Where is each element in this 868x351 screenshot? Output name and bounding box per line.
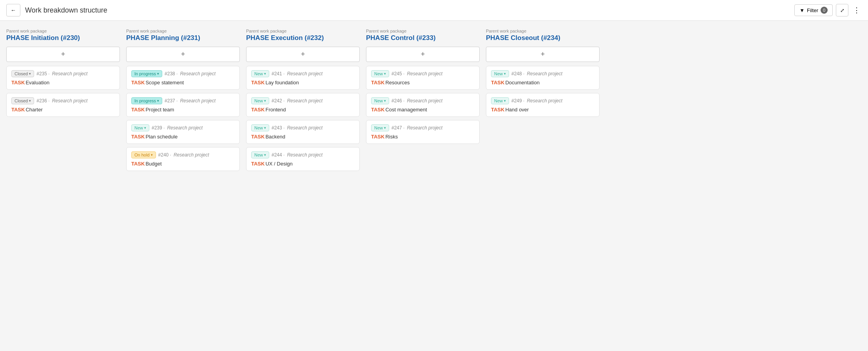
card-name-4-1[interactable]: TASKHand over [491, 107, 594, 113]
card-project-3-1: Research project [407, 98, 442, 104]
chevron-down-icon: ▾ [144, 126, 146, 130]
status-badge-1-0[interactable]: In progress ▾ [131, 70, 162, 77]
task-label: TASK [371, 80, 384, 85]
card-top-3-1: New ▾#246 · Research project [371, 97, 475, 104]
task-label: TASK [131, 161, 145, 167]
back-button[interactable]: ← [6, 4, 20, 16]
chevron-down-icon: ▾ [151, 153, 153, 157]
task-label: TASK [11, 80, 25, 85]
card-id-3-2: #247 · [391, 125, 404, 131]
card-0-0: Closed ▾#235 · Research projectTASKEvalu… [6, 66, 120, 90]
card-name-0-0[interactable]: TASKEvaluation [11, 80, 115, 85]
card-id-3-1: #246 · [391, 98, 404, 104]
column-1: Parent work packagePHASE Planning (#231)… [126, 29, 240, 174]
card-2-1: New ▾#242 · Research projectTASKFrontend [246, 93, 360, 117]
column-2: Parent work packagePHASE Execution (#232… [246, 29, 360, 174]
status-badge-0-1[interactable]: Closed ▾ [11, 97, 34, 104]
status-badge-3-2[interactable]: New ▾ [371, 124, 389, 131]
task-label: TASK [491, 80, 504, 85]
status-badge-4-0[interactable]: New ▾ [491, 70, 509, 77]
card-top-4-1: New ▾#249 · Research project [491, 97, 594, 104]
chevron-down-icon: ▾ [504, 99, 506, 103]
column-title-2: PHASE Execution (#232) [246, 34, 360, 42]
filter-label: Filter [807, 7, 818, 13]
add-card-button-4[interactable]: + [486, 47, 600, 62]
status-badge-1-2[interactable]: New ▾ [131, 124, 149, 131]
header-actions: ▼ Filter 0 ⤢ ⋮ [794, 4, 862, 16]
card-id-1-3: #240 · [158, 152, 171, 158]
column-header-1: Parent work packagePHASE Planning (#231) [126, 29, 240, 47]
task-label: TASK [131, 134, 145, 140]
card-name-3-0[interactable]: TASKResources [371, 80, 475, 85]
status-badge-0-0[interactable]: Closed ▾ [11, 70, 34, 77]
chevron-down-icon: ▾ [384, 126, 386, 130]
page-header: ← Work breakdown structure ▼ Filter 0 ⤢ … [0, 0, 868, 21]
status-badge-3-1[interactable]: New ▾ [371, 97, 389, 104]
more-button[interactable]: ⋮ [852, 4, 862, 16]
card-project-1-1: Research project [180, 98, 216, 104]
card-id-1-0: #238 · [165, 71, 178, 76]
parent-label-1: Parent work package [126, 29, 240, 33]
card-1-1: In progress ▾#237 · Research projectTASK… [126, 93, 240, 117]
card-name-2-2[interactable]: TASKBackend [251, 134, 355, 140]
add-card-button-1[interactable]: + [126, 47, 240, 62]
card-name-2-3[interactable]: TASKUX / Design [251, 161, 355, 167]
card-top-3-2: New ▾#247 · Research project [371, 124, 475, 131]
status-badge-4-1[interactable]: New ▾ [491, 97, 509, 104]
card-name-3-2[interactable]: TASKRisks [371, 134, 475, 140]
card-top-4-0: New ▾#248 · Research project [491, 70, 594, 77]
card-top-2-0: New ▾#241 · Research project [251, 70, 355, 77]
card-name-1-0[interactable]: TASKScope statement [131, 80, 235, 85]
chevron-down-icon: ▾ [264, 99, 266, 103]
expand-icon: ⤢ [840, 7, 844, 13]
status-badge-2-0[interactable]: New ▾ [251, 70, 269, 77]
card-name-4-0[interactable]: TASKDocumentation [491, 80, 594, 85]
card-name-0-1[interactable]: TASKCharter [11, 107, 115, 113]
column-4: Parent work packagePHASE Closeout (#234)… [486, 29, 600, 174]
expand-button[interactable]: ⤢ [836, 4, 848, 16]
card-name-1-1[interactable]: TASKProject team [131, 107, 235, 113]
card-1-0: In progress ▾#238 · Research projectTASK… [126, 66, 240, 90]
parent-label-2: Parent work package [246, 29, 360, 33]
status-badge-2-3[interactable]: New ▾ [251, 151, 269, 158]
card-top-2-2: New ▾#243 · Research project [251, 124, 355, 131]
card-3-2: New ▾#247 · Research projectTASKRisks [366, 120, 480, 144]
parent-label-4: Parent work package [486, 29, 600, 33]
card-name-2-0[interactable]: TASKLay foundation [251, 80, 355, 85]
filter-button[interactable]: ▼ Filter 0 [794, 4, 833, 16]
card-project-1-0: Research project [180, 71, 216, 76]
card-id-4-0: #248 · [511, 71, 524, 76]
card-top-1-0: In progress ▾#238 · Research project [131, 70, 235, 77]
chevron-down-icon: ▾ [384, 72, 386, 76]
card-id-4-1: #249 · [511, 98, 524, 104]
card-1-3: On hold ▾#240 · Research projectTASKBudg… [126, 147, 240, 171]
status-badge-2-2[interactable]: New ▾ [251, 124, 269, 131]
add-card-button-0[interactable]: + [6, 47, 120, 62]
card-project-2-2: Research project [287, 125, 323, 131]
card-name-2-1[interactable]: TASKFrontend [251, 107, 355, 113]
chevron-down-icon: ▾ [264, 153, 266, 157]
card-project-4-1: Research project [527, 98, 562, 104]
card-name-1-2[interactable]: TASKPlan schedule [131, 134, 235, 140]
card-id-2-0: #241 · [272, 71, 285, 76]
card-top-1-3: On hold ▾#240 · Research project [131, 151, 235, 158]
status-badge-1-3[interactable]: On hold ▾ [131, 151, 156, 158]
status-badge-2-1[interactable]: New ▾ [251, 97, 269, 104]
card-1-2: New ▾#239 · Research projectTASKPlan sch… [126, 120, 240, 144]
card-name-1-3[interactable]: TASKBudget [131, 161, 235, 167]
status-badge-1-1[interactable]: In progress ▾ [131, 97, 162, 104]
add-card-button-3[interactable]: + [366, 47, 480, 62]
status-badge-3-0[interactable]: New ▾ [371, 70, 389, 77]
card-top-1-2: New ▾#239 · Research project [131, 124, 235, 131]
filter-count: 0 [821, 7, 828, 14]
card-id-1-2: #239 · [152, 125, 165, 131]
card-name-3-1[interactable]: TASKCost management [371, 107, 475, 113]
column-header-3: Parent work packagePHASE Control (#233) [366, 29, 480, 47]
card-3-0: New ▾#245 · Research projectTASKResource… [366, 66, 480, 90]
card-project-2-3: Research project [287, 152, 323, 158]
chevron-down-icon: ▾ [264, 126, 266, 130]
card-0-1: Closed ▾#236 · Research projectTASKChart… [6, 93, 120, 117]
add-card-button-2[interactable]: + [246, 47, 360, 62]
card-id-2-3: #244 · [272, 152, 285, 158]
chevron-down-icon: ▾ [384, 99, 386, 103]
